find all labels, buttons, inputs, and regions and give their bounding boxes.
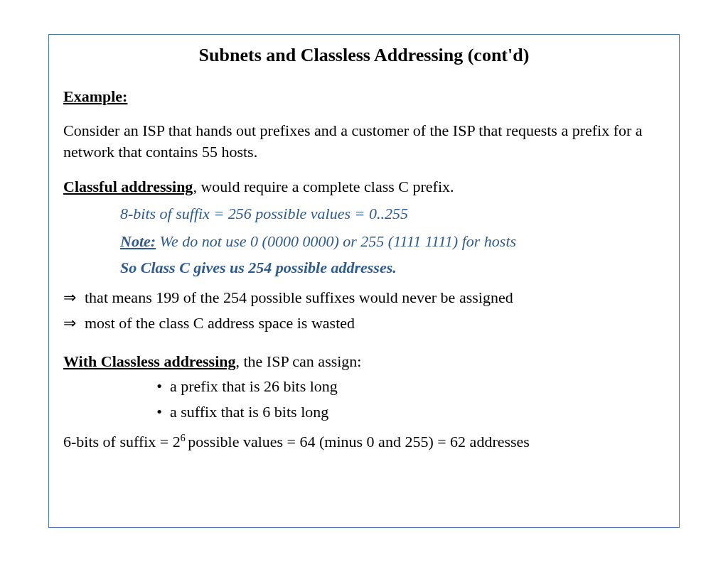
bullet-icon: •	[149, 377, 170, 396]
classless-text: , the ISP can assign:	[235, 352, 361, 370]
arrow-line-1: ⇒ that means 199 of the 254 possible suf…	[63, 288, 665, 307]
classful-label: Classful addressing	[63, 178, 193, 195]
classless-label: With Classless addressing	[63, 352, 235, 370]
slide-frame: Subnets and Classless Addressing (cont'd…	[48, 34, 680, 528]
arrow-line-2: ⇒ most of the class C address space is w…	[63, 314, 665, 333]
final-exponent: 6	[181, 433, 188, 443]
final-prefix: 6-bits of suffix = 2	[63, 433, 181, 450]
arrow1-text: that means 199 of the 254 possible suffi…	[85, 288, 513, 307]
classful-text: , would require a complete class C prefi…	[193, 178, 454, 195]
bullet1-text: a prefix that is 26 bits long	[170, 377, 338, 396]
example-text: Consider an ISP that hands out prefixes …	[63, 120, 665, 162]
final-suffix: possible values = 64 (minus 0 and 255) =…	[188, 433, 530, 450]
classc-result: So Class C gives us 254 possible address…	[120, 259, 665, 277]
suffix-line: 8-bits of suffix = 256 possible values =…	[120, 203, 665, 225]
final-line: 6-bits of suffix = 26 possible values = …	[63, 431, 665, 453]
arrow-icon: ⇒	[63, 314, 85, 333]
note-text: We do not use 0 (0000 0000) or 255 (1111…	[156, 232, 516, 250]
example-label: Example:	[63, 87, 127, 105]
slide-title: Subnets and Classless Addressing (cont'd…	[63, 45, 665, 66]
classful-line: Classful addressing, would require a com…	[63, 176, 665, 198]
note-line: Note: We do not use 0 (0000 0000) or 255…	[120, 231, 665, 253]
note-label: Note:	[120, 232, 156, 250]
bullet-item-2: • a suffix that is 6 bits long	[149, 403, 665, 421]
arrow-icon: ⇒	[63, 288, 85, 307]
arrow2-text: most of the class C address space is was…	[85, 314, 355, 333]
bullet2-text: a suffix that is 6 bits long	[170, 403, 328, 421]
bullet-item-1: • a prefix that is 26 bits long	[149, 377, 665, 396]
bullet-icon: •	[149, 403, 170, 421]
classless-line: With Classless addressing, the ISP can a…	[63, 351, 665, 372]
